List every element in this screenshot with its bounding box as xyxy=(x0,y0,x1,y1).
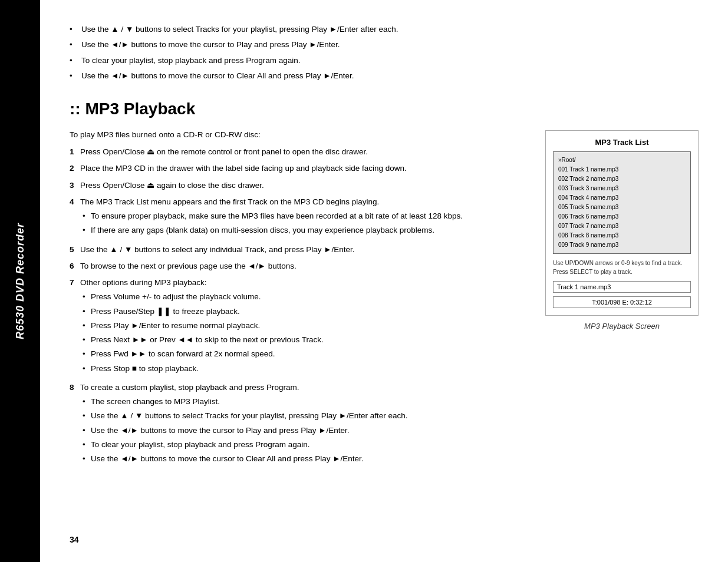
step-7-num: 7 xyxy=(70,277,80,377)
step-8-sub: The screen changes to MP3 Playlist. Use … xyxy=(80,396,522,465)
step-8-text: To create a custom playlist, stop playba… xyxy=(80,383,299,392)
mp3-track-4: 004 Track 4 name.mp3 xyxy=(558,193,686,203)
step-7-sub-1: Press Volume +/- to adjust the playback … xyxy=(80,291,522,303)
steps-list: 1 Press Open/Close ⏏ on the remote contr… xyxy=(70,146,522,467)
step-3: 3 Press Open/Close ⏏ again to close the … xyxy=(70,180,522,191)
step-2: 2 Place the MP3 CD in the drawer with th… xyxy=(70,163,522,174)
step-1: 1 Press Open/Close ⏏ on the remote contr… xyxy=(70,146,522,158)
step-7-sub-6: Press Stop ■ to stop playback. xyxy=(80,363,522,375)
step-8-sub-5: Use the ◄/► buttons to move the cursor t… xyxy=(80,453,522,465)
product-name: R6530 DVD Recorder xyxy=(14,223,27,339)
step-7-sub-5: Press Fwd ►► to scan forward at 2x norma… xyxy=(80,348,522,360)
step-7-sub-3: Press Play ►/Enter to resume normal play… xyxy=(80,320,522,332)
step-7-sub-2: Press Pause/Step ❚❚ to freeze playback. xyxy=(80,306,522,318)
mp3-track-7: 007 Track 7 name.mp3 xyxy=(558,222,686,231)
step-4-sub-1: To ensure proper playback, make sure the… xyxy=(80,210,522,222)
top-bullet-3: To clear your playlist, stop playback an… xyxy=(70,55,699,67)
step-3-text: Press Open/Close ⏏ again to close the di… xyxy=(80,180,522,191)
mp3-track-2: 002 Track 2 name.mp3 xyxy=(558,174,686,184)
step-8-num: 8 xyxy=(70,382,80,468)
step-7-content: Other options during MP3 playback: Press… xyxy=(80,277,522,377)
step-4-sub: To ensure proper playback, make sure the… xyxy=(80,210,522,237)
step-7: 7 Other options during MP3 playback: Pre… xyxy=(70,277,522,377)
mp3-track-8: 008 Track 8 name.mp3 xyxy=(558,231,686,240)
mp3-track-3: 003 Track 3 name.mp3 xyxy=(558,184,686,193)
section-title: :: MP3 Playback xyxy=(70,100,699,118)
step-4-text: The MP3 Track List menu appears and the … xyxy=(80,197,379,206)
step-4: 4 The MP3 Track List menu appears and th… xyxy=(70,196,522,239)
sidebar: R6530 DVD Recorder xyxy=(0,0,40,562)
step-8-content: To create a custom playlist, stop playba… xyxy=(80,382,522,468)
step-8-sub-3: Use the ◄/► buttons to move the cursor t… xyxy=(80,425,522,437)
top-bullet-list: Use the ▲ / ▼ buttons to select Tracks f… xyxy=(70,24,699,82)
step-1-text: Press Open/Close ⏏ on the remote control… xyxy=(80,146,522,158)
step-7-sub: Press Volume +/- to adjust the playback … xyxy=(80,291,522,375)
step-8-sub-1: The screen changes to MP3 Playlist. xyxy=(80,396,522,408)
step-6: 6 To browse to the next or previous page… xyxy=(70,260,522,272)
two-col-layout: To play MP3 files burned onto a CD-R or … xyxy=(70,130,699,473)
top-bullet-4: Use the ◄/► buttons to move the cursor t… xyxy=(70,70,699,82)
left-col: To play MP3 files burned onto a CD-R or … xyxy=(70,130,522,473)
mp3-track-6: 006 Track 6 name.mp3 xyxy=(558,212,686,222)
step-2-num: 2 xyxy=(70,163,80,174)
mp3-screen-box: MP3 Track List »Root/ 001 Track 1 name.m… xyxy=(545,130,699,316)
step-7-sub-4: Press Next ►► or Prev ◄◄ to skip to the … xyxy=(80,334,522,346)
mp3-screen-caption: MP3 Playback Screen xyxy=(545,322,699,330)
mp3-screen-title: MP3 Track List xyxy=(553,138,691,147)
right-col: MP3 Track List »Root/ 001 Track 1 name.m… xyxy=(545,130,699,330)
top-bullets-section: Use the ▲ / ▼ buttons to select Tracks f… xyxy=(70,24,699,82)
step-6-text: To browse to the next or previous page u… xyxy=(80,260,522,272)
step-5: 5 Use the ▲ / ▼ buttons to select any in… xyxy=(70,244,522,256)
mp3-root-item: »Root/ xyxy=(558,156,686,165)
step-8-sub-2: Use the ▲ / ▼ buttons to select Tracks f… xyxy=(80,410,522,422)
step-4-sub-2: If there are any gaps (blank data) on mu… xyxy=(80,224,522,236)
step-5-text: Use the ▲ / ▼ buttons to select any indi… xyxy=(80,244,522,256)
mp3-track-list-display: »Root/ 001 Track 1 name.mp3 002 Track 2 … xyxy=(553,151,691,254)
top-bullet-2: Use the ◄/► buttons to move the cursor t… xyxy=(70,39,699,51)
mp3-track-name: Track 1 name.mp3 xyxy=(553,281,691,293)
step-8: 8 To create a custom playlist, stop play… xyxy=(70,382,522,468)
mp3-instructions: Use UP/DOWN arrows or 0-9 keys to find a… xyxy=(553,259,691,276)
mp3-track-5: 005 Track 5 name.mp3 xyxy=(558,203,686,212)
step-1-num: 1 xyxy=(70,146,80,158)
step-3-num: 3 xyxy=(70,180,80,191)
page-number: 34 xyxy=(70,535,79,544)
step-7-text: Other options during MP3 playback: xyxy=(80,278,207,287)
step-5-num: 5 xyxy=(70,244,80,256)
main-content: Use the ▲ / ▼ buttons to select Tracks f… xyxy=(40,0,728,562)
step-2-text: Place the MP3 CD in the drawer with the … xyxy=(80,163,522,174)
mp3-track-1: 001 Track 1 name.mp3 xyxy=(558,165,686,174)
step-8-sub-4: To clear your playlist, stop playback an… xyxy=(80,439,522,451)
step-6-num: 6 xyxy=(70,260,80,272)
mp3-time-display: T:001/098 E: 0:32:12 xyxy=(553,296,691,308)
top-bullet-1: Use the ▲ / ▼ buttons to select Tracks f… xyxy=(70,24,699,35)
step-4-content: The MP3 Track List menu appears and the … xyxy=(80,196,522,239)
mp3-track-9: 009 Track 9 name.mp3 xyxy=(558,240,686,250)
section-intro: To play MP3 files burned onto a CD-R or … xyxy=(70,130,522,139)
step-4-num: 4 xyxy=(70,196,80,239)
